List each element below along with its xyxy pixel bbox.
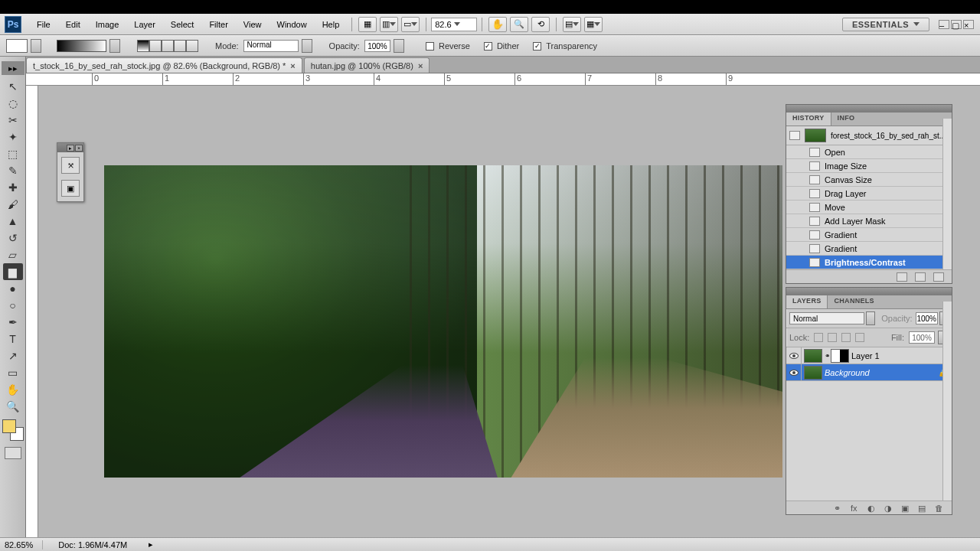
horizontal-ruler[interactable]: 0123456789 [26, 73, 980, 86]
gradient-tool[interactable]: ▆ [3, 263, 23, 280]
zoom-level-input[interactable]: 82.6 [431, 18, 477, 31]
marquee-tool[interactable]: ◌ [3, 95, 23, 112]
pen-tool[interactable]: ✒ [3, 314, 23, 331]
menu-file[interactable]: File [29, 18, 58, 31]
menu-layer[interactable]: Layer [126, 18, 163, 31]
tab-channels[interactable]: CHANNELS [828, 295, 880, 308]
tool-preset-icon[interactable] [6, 39, 28, 53]
stamp-tool[interactable]: ▲ [3, 213, 23, 230]
document-canvas[interactable] [104, 165, 782, 478]
history-item[interactable]: Image Size [786, 159, 952, 173]
layer-mask-thumbnail[interactable] [831, 349, 849, 363]
transparency-checkbox[interactable]: ✓ [533, 42, 541, 51]
path-tool[interactable]: ↗ [3, 347, 23, 364]
layer-blend-select[interactable]: Normal [789, 312, 864, 324]
3d-object-tool[interactable]: ▣ [61, 180, 80, 197]
menu-filter[interactable]: Filter [201, 18, 235, 31]
vertical-ruler[interactable] [26, 86, 38, 537]
history-item[interactable]: Open [786, 145, 952, 159]
layer-thumbnail[interactable] [804, 366, 822, 380]
panel-grip[interactable] [786, 288, 952, 295]
history-item[interactable]: Brightness/Contrast [786, 256, 952, 269]
move-tool[interactable]: ↖ [3, 78, 23, 95]
lock-pixels-icon[interactable] [828, 333, 837, 342]
reverse-checkbox[interactable] [426, 42, 434, 51]
scrollbar[interactable] [942, 119, 952, 269]
type-tool[interactable]: T [3, 331, 23, 347]
wand-tool[interactable]: ✦ [3, 129, 23, 145]
new-doc-from-state-icon[interactable] [897, 272, 907, 282]
floating-panel[interactable]: ▸ × ⤧ ▣ [57, 142, 84, 202]
brush-tool[interactable]: 🖌 [3, 196, 23, 213]
new-snapshot-icon[interactable] [915, 272, 926, 282]
dodge-tool[interactable]: ○ [3, 297, 23, 314]
crop-tool[interactable]: ⬚ [3, 145, 23, 162]
panel-grip[interactable] [786, 105, 952, 112]
layer-thumbnail[interactable] [804, 349, 822, 363]
blend-mode-select[interactable]: Normal [243, 40, 299, 52]
new-layer-icon[interactable]: ▤ [918, 504, 929, 513]
floating-panel-header[interactable]: ▸ × [57, 143, 83, 152]
foreground-color-swatch[interactable] [2, 419, 16, 433]
gradient-dropdown[interactable] [109, 39, 120, 53]
diamond-gradient-button[interactable] [186, 40, 198, 52]
minimize-button[interactable]: – [939, 20, 949, 29]
reflected-gradient-button[interactable] [174, 40, 186, 52]
menu-help[interactable]: Help [315, 18, 348, 31]
blend-mode-dropdown[interactable] [302, 39, 312, 53]
extras-icon[interactable]: ▤ [563, 17, 581, 32]
close-button[interactable]: × [963, 20, 974, 29]
lock-transparency-icon[interactable] [814, 333, 823, 342]
layer-opacity-input[interactable]: 100% [916, 312, 938, 324]
layer-style-icon[interactable]: fx [851, 504, 861, 513]
fill-input[interactable]: 100% [909, 331, 935, 344]
gradient-picker[interactable] [57, 40, 106, 52]
angle-gradient-button[interactable] [162, 40, 174, 52]
document-tab-2[interactable]: hutan.jpg @ 100% (RGB/8) × [304, 57, 430, 73]
toolbar-collapse[interactable]: ▸▸ [2, 61, 24, 75]
history-source-row[interactable]: forest_stock_16_by_sed_rah_st... [786, 126, 952, 145]
history-item[interactable]: Gradient [786, 228, 952, 242]
opacity-input[interactable]: 100% [364, 40, 390, 52]
history-brush-tool[interactable]: ↺ [3, 230, 23, 246]
collapse-icon[interactable]: ▸ [67, 145, 74, 152]
tool-preset-dropdown[interactable] [31, 39, 41, 53]
color-swatches[interactable] [2, 419, 24, 441]
menu-image[interactable]: Image [88, 18, 127, 31]
eraser-tool[interactable]: ▱ [3, 246, 23, 263]
linear-gradient-button[interactable] [137, 40, 149, 52]
history-item[interactable]: Move [786, 201, 952, 214]
restore-button[interactable]: ▢ [951, 20, 962, 29]
blur-tool[interactable]: ● [3, 280, 23, 297]
lock-all-icon[interactable] [855, 333, 864, 342]
layer-row[interactable]: Background🔒 [786, 364, 952, 381]
history-item[interactable]: Canvas Size [786, 173, 952, 187]
quick-mask-button[interactable] [5, 447, 21, 459]
layer-name[interactable]: Layer 1 [851, 351, 880, 360]
3d-axis-tool[interactable]: ⤧ [61, 157, 80, 174]
menu-window[interactable]: Window [270, 18, 315, 31]
menu-edit[interactable]: Edit [58, 18, 88, 31]
bridge-icon[interactable]: ▦ [358, 17, 377, 32]
workspace-switcher[interactable]: ESSENTIALS [842, 18, 929, 31]
eyedropper-tool[interactable]: ✎ [3, 162, 23, 179]
layer-name[interactable]: Background [825, 368, 870, 377]
document-tab-1[interactable]: t_stock_16_by_sed_rah_stock.jpg @ 82.6% … [26, 57, 302, 73]
scrollbar[interactable] [942, 302, 952, 500]
visibility-toggle[interactable] [786, 347, 802, 364]
zoom-tool-icon[interactable]: 🔍 [510, 17, 528, 32]
zoom-tool[interactable]: 🔍 [3, 398, 23, 415]
link-icon[interactable]: ⚭ [825, 352, 831, 360]
link-layers-icon[interactable]: ⚭ [834, 504, 844, 513]
status-zoom[interactable]: 82.65% [5, 540, 43, 549]
tab-history[interactable]: HISTORY [786, 112, 831, 126]
guides-icon[interactable]: ▦ [584, 17, 603, 32]
menu-select[interactable]: Select [163, 18, 202, 31]
healing-tool[interactable]: ✚ [3, 179, 23, 196]
dither-checkbox[interactable]: ✓ [484, 42, 492, 51]
menu-view[interactable]: View [236, 18, 270, 31]
screen-mode-icon[interactable]: ▭ [401, 17, 420, 32]
hand-tool[interactable]: ✋ [3, 381, 23, 398]
group-icon[interactable]: ▣ [901, 504, 912, 513]
layer-blend-dropdown[interactable] [866, 311, 875, 325]
